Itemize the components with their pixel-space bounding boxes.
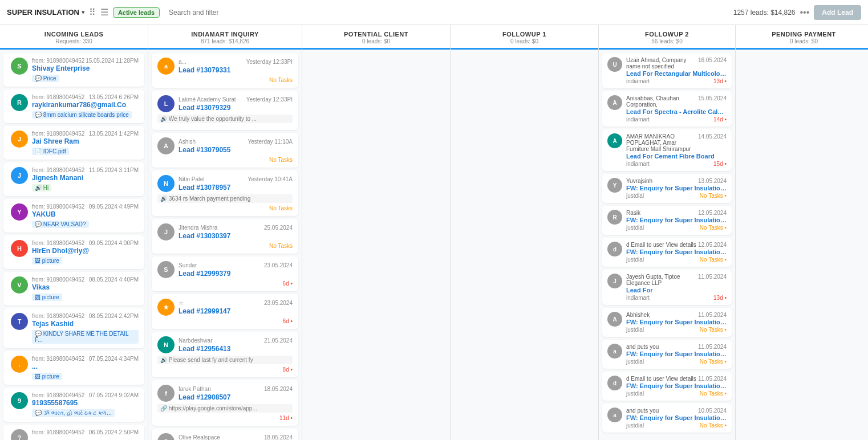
list-item[interactable]: Y from: 918980049452 09.05.2024 4:49PM Y… [3,199,144,233]
card-name: 919355587695 [32,399,139,407]
card-date: 08.05.2024 2:42PM [89,313,139,319]
lead-date: 18.05.2024 [264,386,293,392]
f2-source: indiamart 15d • [626,161,727,167]
list-item[interactable]: R Rasik 12.05.2024 FW: Enquiry for Super… [602,206,732,235]
lead-user: Jitendra Mishra [179,225,217,231]
avatar: f [157,385,175,402]
list-item[interactable]: d d Email to user View details 11.05.202… [602,372,732,401]
list-item[interactable]: J Jayesh Gupta, Tiptoe Elegance LLP 11.0… [602,270,732,305]
avatar: A [607,312,622,327]
lead-id: Lead #12999147 [179,307,293,315]
f2-lead: Lead For [626,287,727,294]
lead-footer: No Tasks [157,205,293,211]
list-item[interactable]: a and puts you 10.05.2024 FW: Enquiry fo… [602,404,732,433]
card-tag: 💬 8mm calcium silicate boards price [32,111,132,119]
avatar: V [11,276,28,294]
f2-date: 14.05.2024 [698,133,727,152]
list-item[interactable]: J Jitendra Mishra 25.05.2024 Lead #13030… [152,219,298,254]
f2-source: justdial No Tasks • [626,422,727,429]
add-lead-button[interactable]: Add Lead [814,5,861,20]
list-item[interactable]: R from: 918980049452 13.05.2024 6:26PM r… [3,89,144,123]
avatar: A [607,95,622,110]
f2-date: 16.05.2024 [698,57,727,70]
card-from: from: 918980049452 [32,276,84,283]
card-date: 07.05.2024 4:34PM [89,356,139,362]
col-header-incoming: INCOMING LEADS Requests: 330 [0,25,148,50]
list-item[interactable]: J from: 918980049452 13.05.2024 1:42PM J… [3,126,144,160]
card-from: from: 918980049452 [32,203,84,210]
list-item[interactable]: ? from: 918980049452 06.05.2024 2:50PM [3,425,144,440]
lead-date: 23.05.2024 [264,262,293,268]
list-item[interactable]: f faruk Pathan 18.05.2024 Lead #12908507… [152,380,298,426]
lead-status: No Tasks [269,157,293,163]
card-from: from: 918980049452 [32,94,84,100]
lead-status: No Tasks [269,243,293,249]
f2-lead: FW: Enquiry for Super Insulation & Al... [626,248,727,255]
list-item[interactable]: A Abhishek 11.05.2024 FW: Enquiry for Su… [602,308,732,337]
avatar: H [11,240,28,257]
list-item[interactable]: a and puts you 11.05.2024 FW: Enquiry fo… [602,340,732,369]
list-item[interactable]: N Nitin Patel Yesterday 10:41A Lead #130… [152,170,298,216]
avatar: L [157,95,175,112]
f2-source: justdial No Tasks • [626,358,727,365]
list-item[interactable]: O Olive Realspace 18.05.2024 Lead #12907… [152,429,298,440]
avatar: T [11,313,28,330]
search-input[interactable] [164,6,729,19]
list-item[interactable]: . from: 918980049452 07.05.2024 4:34PM .… [3,351,144,385]
list-item[interactable]: U Uzair Ahmad, Company name not specifie… [602,53,732,88]
f2-who: Jayesh Gupta, Tiptoe Elegance LLP [626,274,698,286]
brand-title[interactable]: SUPER INSULATION ▾ [7,8,84,17]
list-item[interactable]: A Anisabbas, Chauhan Corporation, 15.05.… [602,91,732,127]
list-item[interactable]: ★ ☆ 23.05.2024 Lead #12999147 6d • [152,294,298,329]
list-item[interactable]: L Lakmé Academy Surat Yesterday 12:33PI … [152,91,298,130]
avatar: J [11,167,28,184]
avatar: Y [607,178,622,193]
f2-lead: FW: Enquiry for Super Insulation & Al... [626,414,727,421]
list-item[interactable]: A AMAR MANIKRAO POPLAGHAT, Amar Furnitur… [602,129,732,171]
list-item[interactable]: T from: 918980049452 08.05.2024 2:42PM T… [3,308,144,348]
kanban-board: INCOMING LEADS Requests: 330 S from: 918… [0,25,868,440]
avatar: Y [11,203,28,221]
list-item[interactable]: S Sundar 23.05.2024 Lead #12999379 6d • [152,256,298,291]
bar-chart-icon[interactable]: ⠿ [89,7,96,18]
avatar: a [157,58,175,75]
list-item[interactable]: Y Yuvrajsinh 13.05.2024 FW: Enquiry for … [602,174,732,203]
column-followup2: FOLLOWUP 2 56 leads: $0 U Uzair Ahmad, C… [599,25,736,440]
list-item[interactable]: V from: 918980049452 08.05.2024 4:40PM V… [3,272,144,305]
card-name: Jignesh Manani [32,174,139,182]
list-item[interactable]: J from: 918980049452 11.05.2024 3:11PM J… [3,162,144,196]
list-item[interactable]: a a... Yesterday 12:33PI Lead #13079331 … [152,53,298,88]
card-date: 13.05.2024 6:26PM [89,94,139,100]
list-item[interactable]: H from: 918980049452 09.05.2024 4:00PM H… [3,235,144,269]
card-from: from: 918980049452 [32,167,84,173]
card-name: YAKUB [32,210,139,218]
f2-date: 13.05.2024 [698,178,727,184]
avatar: S [157,261,175,278]
lead-date: Yesterday 12:33PI [246,96,293,103]
lead-footer: 11d • [157,415,293,421]
col-subtitle-potential: 0 leads: $0 [309,38,443,44]
f2-lead: FW: Enquiry for Super Insulation & Al... [626,319,727,325]
avatar: U [607,57,622,72]
brand-chevron-icon[interactable]: ▾ [82,9,84,15]
menu-icon[interactable]: ☰ [100,7,108,18]
active-leads-badge[interactable]: Active leads [113,7,160,18]
card-name: ... [32,362,139,370]
f2-who: Yuvrajsinh [626,178,652,184]
list-item[interactable]: S from: 918980049452 15.05.2024 11:28PM … [3,53,144,87]
column-followup1: FOLLOWUP 1 0 leads: $0 [451,25,599,440]
f2-lead: FW: Enquiry for Super Insulation & Al... [626,185,727,192]
f2-lead: Lead For Cement Fibre Board [626,153,727,160]
list-item[interactable]: N Narbdeshwar 21.05.2024 Lead #12956413 … [152,332,298,377]
more-options-icon[interactable]: ••• [800,7,810,18]
list-item[interactable]: 9 from: 918980049452 07.05.2024 9:02AM 9… [3,388,144,422]
col-title-indiamart: INDIAMART INQUIRY [155,31,295,38]
list-item[interactable]: A Ashish Yesterday 11:10A Lead #13079055… [152,133,298,168]
card-tag: 🖼 picture [32,373,62,380]
lead-status: 8d • [283,366,293,373]
list-item[interactable]: d d Email to user View details 12.05.202… [602,238,732,267]
lead-date: 23.05.2024 [264,300,293,306]
column-potential: POTENTIAL CLIENT 0 leads: $0 [302,25,451,440]
avatar: ★ [157,299,175,316]
lead-user: Ashish [179,138,196,145]
